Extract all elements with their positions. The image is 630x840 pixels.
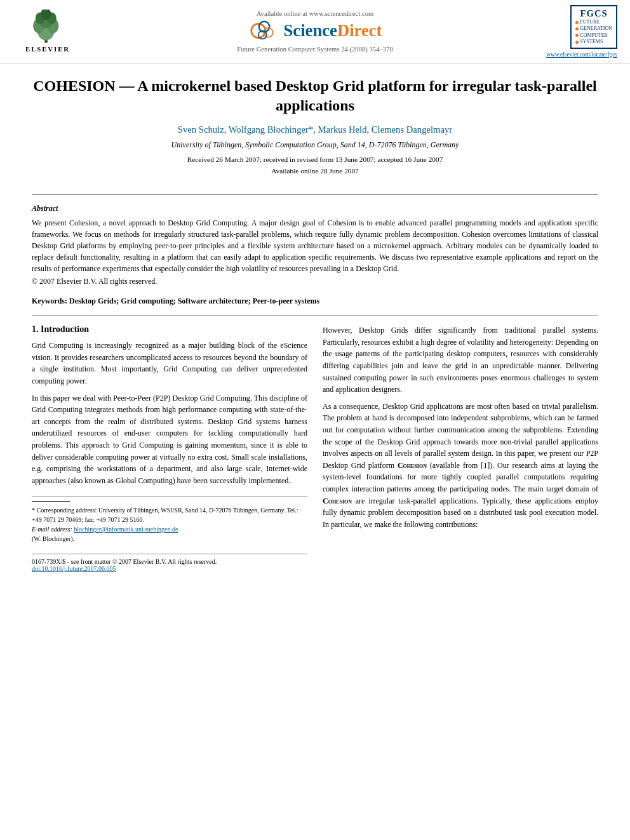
elsevier-tree-icon [25, 10, 70, 44]
right-para-2: As a consequence, Desktop Grid applicati… [323, 401, 598, 531]
cohesion-ref-3: Cohesion [462, 230, 490, 239]
elsevier-text: ELSEVIER [25, 46, 70, 53]
elsevier-url[interactable]: www.elsevier.com/locate/fgcs [546, 51, 617, 58]
doi-link[interactable]: doi:10.1016/j.future.2007.06.005 [32, 565, 116, 572]
two-column-layout: 1. Introduction Grid Computing is increa… [32, 324, 598, 572]
svg-point-8 [44, 41, 47, 43]
fgcs-dot-3 [575, 34, 579, 37]
fgcs-subtitle: FUTURE GENERATION COMPUTER SYSTEMS [575, 19, 612, 46]
authors: Sven Schulz, Wolfgang Blochinger*, Marku… [32, 124, 598, 135]
cohesion-ref-1: Cohesion [69, 218, 98, 227]
sciencedirect-logo: ScienceDirect [248, 20, 382, 42]
sciencedirect-icon [248, 20, 280, 42]
copyright: © 2007 Elsevier B.V. All rights reserved… [32, 277, 598, 286]
journal-name: Future Generation Computer Systems 24 (2… [237, 46, 393, 53]
sd-science: Science [284, 21, 337, 40]
keywords-values: Desktop Grids; Grid computing; Software … [69, 297, 319, 305]
available-date: Available online 28 June 2007 [32, 165, 598, 177]
abstract-divider [32, 315, 598, 316]
section1-heading: 1. Introduction [32, 324, 307, 335]
section1-number: 1. [32, 324, 39, 334]
fgcs-line-3: COMPUTER [580, 32, 608, 39]
sd-direct: Direct [337, 21, 382, 40]
available-online-text: Available online at www.sciencedirect.co… [257, 10, 374, 17]
footnote-star: * Corresponding address: University of T… [32, 505, 307, 524]
paper-title: COHESION — A microkernel based Desktop G… [32, 76, 598, 116]
elsevier-logo: ELSEVIER [13, 10, 83, 53]
footnote-area: * Corresponding address: University of T… [32, 497, 307, 543]
fgcs-box: FGCS FUTURE GENERATION COMPUTER SYSTEMS [570, 5, 617, 49]
keywords: Keywords: Desktop Grids; Grid computing;… [32, 297, 598, 306]
fgcs-line-4: SYSTEMS [580, 39, 603, 45]
footnote-email: E-mail address: blochinger@informatik.un… [32, 524, 307, 534]
abstract-label: Abstract [32, 204, 598, 213]
intro-para-2: In this paper we deal with Peer-to-Peer … [32, 392, 307, 487]
keywords-label: Keywords: [32, 297, 67, 305]
intro-para-1: Grid Computing is increasingly recognize… [32, 340, 307, 387]
header: ELSEVIER Available online at www.science… [0, 0, 630, 63]
page: ELSEVIER Available online at www.science… [0, 0, 630, 840]
abstract-section: Abstract We present Cohesion, a novel ap… [32, 204, 598, 286]
fgcs-title: FGCS [575, 8, 612, 19]
right-para-1: However, Desktop Grids differ significan… [323, 324, 598, 396]
footnote-divider [32, 501, 70, 502]
cohesion-ref-4: Cohesion [398, 461, 427, 470]
fgcs-dot-2 [575, 27, 579, 30]
fgcs-line-2: GENERATION [580, 25, 612, 32]
affiliation: University of Tübingen, Symbolic Computa… [32, 140, 598, 150]
elsevier-logo-area: ELSEVIER [13, 10, 83, 53]
main-content: COHESION — A microkernel based Desktop G… [0, 63, 630, 585]
cohesion-ref-5: Cohesion [323, 497, 352, 505]
title-section: COHESION — A microkernel based Desktop G… [32, 76, 598, 185]
right-column: However, Desktop Grids differ significan… [323, 324, 598, 572]
footnote-person: (W. Blochinger). [32, 534, 307, 543]
issn-text: 0167-739X/$ - see front matter © 2007 El… [32, 558, 217, 565]
abstract-text: We present Cohesion, a novel approach to… [32, 217, 598, 274]
email-link[interactable]: blochinger@informatik.uni-tuebingen.de [74, 526, 178, 533]
header-right: FGCS FUTURE GENERATION COMPUTER SYSTEMS … [547, 5, 617, 58]
fgcs-line-1: FUTURE [580, 19, 600, 25]
left-column: 1. Introduction Grid Computing is increa… [32, 324, 307, 572]
received-date: Received 26 March 2007; received in revi… [32, 154, 598, 165]
doi-text: doi:10.1016/j.future.2007.06.005 [32, 565, 307, 572]
header-center: Available online at www.sciencedirect.co… [83, 10, 547, 53]
fgcs-dot-4 [575, 41, 579, 44]
title-divider [32, 194, 598, 195]
sciencedirect-text: ScienceDirect [284, 21, 382, 41]
bottom-bar: 0167-739X/$ - see front matter © 2007 El… [32, 554, 307, 565]
fgcs-dot-1 [575, 21, 579, 24]
cohesion-ref-2: Cohesion [327, 218, 356, 227]
